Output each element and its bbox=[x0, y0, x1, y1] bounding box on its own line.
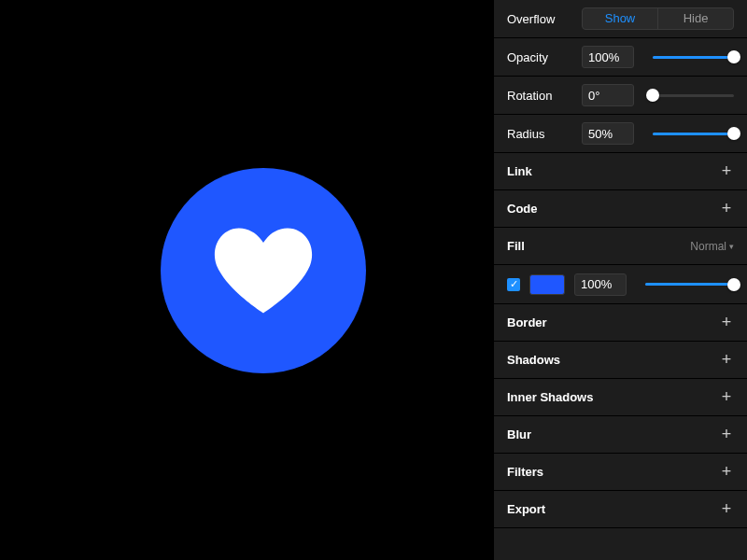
fill-opacity-input[interactable] bbox=[574, 273, 627, 296]
filters-row: Filters + bbox=[494, 454, 747, 491]
border-row: Border + bbox=[494, 304, 747, 342]
overflow-segmented: Show Hide bbox=[582, 7, 734, 30]
overflow-hide-button[interactable]: Hide bbox=[658, 8, 733, 29]
overflow-label: Overflow bbox=[507, 12, 572, 26]
opacity-input[interactable] bbox=[582, 46, 634, 68]
radius-input[interactable] bbox=[582, 122, 634, 145]
rotation-row: Rotation bbox=[494, 77, 747, 115]
blur-add-button[interactable]: + bbox=[719, 427, 734, 442]
fill-blend-dropdown[interactable]: Normal ▾ bbox=[690, 240, 734, 253]
export-label: Export bbox=[507, 502, 719, 516]
shadows-add-button[interactable]: + bbox=[719, 353, 734, 368]
fill-enabled-checkbox[interactable]: ✓ bbox=[507, 278, 520, 291]
rotation-label: Rotation bbox=[507, 89, 572, 103]
rotation-input[interactable] bbox=[582, 84, 634, 106]
code-label: Code bbox=[507, 202, 719, 216]
shadows-label: Shadows bbox=[507, 353, 719, 367]
radius-label: Radius bbox=[507, 127, 572, 141]
opacity-slider[interactable] bbox=[653, 46, 734, 68]
opacity-label: Opacity bbox=[507, 50, 572, 64]
fill-blend-value: Normal bbox=[690, 240, 726, 253]
blur-row: Blur + bbox=[494, 416, 747, 454]
heart-icon bbox=[212, 224, 315, 317]
opacity-row: Opacity bbox=[494, 38, 747, 77]
filters-add-button[interactable]: + bbox=[719, 465, 734, 480]
inner-shadows-add-button[interactable]: + bbox=[719, 390, 734, 405]
blur-label: Blur bbox=[507, 427, 719, 441]
link-label: Link bbox=[507, 164, 719, 178]
opacity-slider-thumb[interactable] bbox=[727, 50, 740, 63]
link-row: Link + bbox=[494, 153, 747, 190]
chevron-down-icon: ▾ bbox=[729, 242, 734, 251]
inner-shadows-row: Inner Shadows + bbox=[494, 379, 747, 416]
canvas-circle[interactable] bbox=[161, 168, 366, 373]
border-add-button[interactable]: + bbox=[719, 315, 734, 330]
fill-entry-row: ✓ bbox=[494, 265, 747, 304]
link-add-button[interactable]: + bbox=[719, 164, 734, 179]
inner-shadows-label: Inner Shadows bbox=[507, 390, 719, 404]
fill-color-swatch[interactable] bbox=[529, 274, 565, 295]
overflow-row: Overflow Show Hide bbox=[494, 0, 747, 38]
rotation-slider-thumb[interactable] bbox=[646, 89, 659, 102]
code-add-button[interactable]: + bbox=[719, 202, 734, 217]
fill-opacity-slider-thumb[interactable] bbox=[727, 278, 740, 291]
radius-row: Radius bbox=[494, 115, 747, 153]
filters-label: Filters bbox=[507, 465, 719, 479]
radius-slider-fill bbox=[653, 133, 734, 135]
border-label: Border bbox=[507, 315, 719, 329]
radius-slider-thumb[interactable] bbox=[727, 127, 740, 140]
rotation-slider[interactable] bbox=[653, 84, 734, 106]
opacity-slider-fill bbox=[653, 56, 734, 59]
export-row: Export + bbox=[494, 491, 747, 528]
code-row: Code + bbox=[494, 190, 747, 228]
radius-slider[interactable] bbox=[653, 122, 734, 145]
overflow-show-button[interactable]: Show bbox=[583, 8, 657, 29]
shadows-row: Shadows + bbox=[494, 342, 747, 379]
fill-header-row: Fill Normal ▾ bbox=[494, 228, 747, 265]
inspector-panel: Overflow Show Hide Opacity Rotation Radi… bbox=[493, 0, 747, 560]
fill-opacity-slider-fill bbox=[645, 283, 734, 286]
fill-opacity-slider[interactable] bbox=[645, 273, 734, 296]
export-add-button[interactable]: + bbox=[719, 502, 734, 517]
fill-label: Fill bbox=[507, 239, 690, 253]
canvas-area[interactable] bbox=[0, 0, 493, 560]
